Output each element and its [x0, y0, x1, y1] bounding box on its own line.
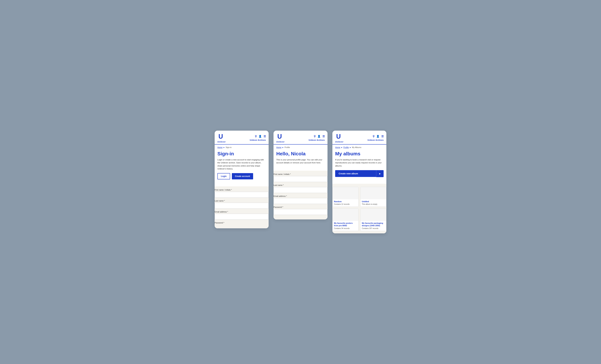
lastname-label: Last name *	[273, 184, 328, 186]
breadcrumb-current: Profile	[284, 146, 290, 148]
album-card-random[interactable]: Random Contains 12 records	[332, 187, 359, 207]
profile-form: First name / initials * Last name * Emai…	[273, 171, 328, 219]
password-input[interactable]	[273, 209, 328, 215]
lastname-label: Last name *	[215, 200, 269, 202]
form-group-password: Password *	[273, 206, 328, 215]
album-name: Untitled	[362, 200, 385, 203]
breadcrumb: Home ► Profile ► My Albums	[332, 145, 386, 150]
profile-header: U ··· Unilever ⚲ 👤 ☰ Unilever Archives	[273, 131, 328, 145]
email-input[interactable]	[215, 214, 269, 220]
album-thumbnail	[361, 187, 386, 199]
form-group-password: Password *	[215, 222, 269, 224]
user-icon[interactable]: 👤	[376, 135, 380, 138]
screens-container: U ··· Unilever ⚲ 👤 ☰ Unilever Archives	[215, 131, 386, 233]
menu-icon[interactable]: ☰	[381, 135, 384, 138]
header-right: ⚲ 👤 ☰ Unilever Archives	[250, 135, 266, 141]
album-card-packaging[interactable]: My favourite packaging designs (1940-195…	[360, 208, 386, 231]
header-top: U ··· Unilever ⚲ 👤 ☰ Unilever Archives	[217, 133, 266, 143]
form-group-firstname: First name / initials *	[215, 189, 269, 198]
unilever-logo-icon: U ···	[217, 133, 224, 140]
logo-text: Unilever	[276, 141, 284, 143]
logo-area: U ··· Unilever	[217, 133, 226, 143]
header-icons: ⚲ 👤 ☰	[373, 135, 384, 138]
email-label: Email address *	[273, 195, 328, 197]
search-icon[interactable]: ⚲	[255, 135, 257, 138]
breadcrumb-arrow: ►	[282, 147, 284, 148]
header-right: ⚲ 👤 ☰ Unilever Archives	[367, 135, 384, 141]
header-icons: ⚲ 👤 ☰	[314, 135, 325, 138]
auth-buttons: Login Create account	[217, 173, 266, 179]
breadcrumb-home[interactable]: Home	[276, 146, 281, 148]
album-name: My favourite packaging designs (1940-195…	[362, 222, 385, 227]
album-name: Random	[334, 200, 357, 203]
form-group-lastname: Last name *	[215, 200, 269, 209]
breadcrumb: Home ► Sign-in	[215, 145, 269, 150]
lastname-input[interactable]	[273, 187, 328, 193]
user-icon[interactable]: 👤	[259, 135, 262, 138]
svg-text:···: ···	[279, 139, 280, 140]
logo-text: Unilever	[335, 141, 343, 143]
menu-icon[interactable]: ☰	[322, 135, 325, 138]
myalbums-header: U ··· Unilever ⚲ 👤 ☰ Unilever Archives	[332, 131, 386, 145]
profile-content: Hello, Nicola This is your personal prof…	[273, 151, 328, 170]
albums-grid: Random Contains 12 records Untitled This…	[332, 187, 386, 231]
svg-text:···: ···	[220, 139, 221, 140]
site-title: Unilever Archives	[309, 139, 325, 141]
password-label: Password *	[215, 222, 269, 224]
unilever-logo-icon: U ···	[276, 133, 283, 140]
create-account-button[interactable]: Create account	[232, 173, 253, 179]
album-info: Random Contains 12 records	[332, 199, 358, 207]
search-icon[interactable]: ⚲	[314, 135, 316, 138]
create-album-arrow-button[interactable]: ►	[376, 170, 384, 177]
create-album-group: Create new album ►	[335, 170, 384, 177]
firstname-input[interactable]	[215, 192, 269, 198]
album-count: This album is empty	[362, 203, 385, 205]
breadcrumb-profile[interactable]: Profile	[343, 146, 349, 148]
firstname-input[interactable]	[273, 176, 328, 182]
album-info: Untitled This album is empty	[361, 199, 386, 207]
album-card-untitled[interactable]: Untitled This album is empty	[360, 187, 386, 207]
menu-icon[interactable]: ☰	[264, 135, 266, 138]
header-right: ⚲ 👤 ☰ Unilever Archives	[309, 135, 325, 141]
svg-text:···: ···	[338, 139, 339, 140]
breadcrumb-arrow-2: ►	[350, 147, 351, 148]
page-title: My albums	[335, 151, 384, 157]
album-card-posters[interactable]: My favourite posters from pre-WW2 Contai…	[332, 208, 359, 231]
album-thumbnail	[332, 209, 358, 221]
album-count: Contains 297 records	[362, 227, 385, 229]
album-thumbnail	[361, 209, 386, 221]
header-top: U ··· Unilever ⚲ 👤 ☰ Unilever Archives	[335, 133, 384, 143]
breadcrumb-arrow-1: ►	[341, 147, 343, 148]
logo-area: U ··· Unilever	[276, 133, 284, 143]
breadcrumb-arrow: ►	[223, 147, 225, 148]
profile-screen: U ··· Unilever ⚲ 👤 ☰ Unilever Archives	[273, 131, 328, 219]
firstname-label: First name / initials *	[273, 173, 328, 175]
form-group-lastname: Last name *	[273, 184, 328, 193]
album-count: Contains 12 records	[334, 203, 357, 205]
unilever-logo-icon: U ···	[335, 133, 342, 140]
logo-area: U ··· Unilever	[335, 133, 343, 143]
page-title: Sign-in	[217, 151, 266, 157]
albums-section: Random Contains 12 records Untitled This…	[332, 184, 386, 233]
breadcrumb-home[interactable]: Home	[335, 146, 340, 148]
site-title: Unilever Archives	[250, 139, 266, 141]
breadcrumb: Home ► Profile	[273, 145, 328, 150]
breadcrumb-home[interactable]: Home	[217, 146, 222, 148]
album-info: My favourite posters from pre-WW2 Contai…	[332, 221, 358, 231]
breadcrumb-current: Sign-in	[226, 146, 231, 148]
header-icons: ⚲ 👤 ☰	[255, 135, 266, 138]
password-label: Password *	[273, 206, 328, 208]
myalbums-screen: U ··· Unilever ⚲ 👤 ☰ Unilever Archives	[332, 131, 386, 233]
album-thumbnail	[332, 187, 358, 199]
user-icon[interactable]: 👤	[317, 135, 321, 138]
email-label: Email address *	[215, 211, 269, 213]
lastname-input[interactable]	[215, 203, 269, 209]
signin-header: U ··· Unilever ⚲ 👤 ☰ Unilever Archives	[215, 131, 269, 145]
album-info: My favourite packaging designs (1940-195…	[361, 221, 386, 231]
create-album-button[interactable]: Create new album	[335, 170, 376, 177]
search-icon[interactable]: ⚲	[373, 135, 375, 138]
login-button[interactable]: Login	[217, 173, 230, 179]
page-desc: This is your personal profile page. You …	[276, 158, 325, 164]
email-input[interactable]	[273, 198, 328, 204]
firstname-label: First name / initials *	[215, 189, 269, 191]
